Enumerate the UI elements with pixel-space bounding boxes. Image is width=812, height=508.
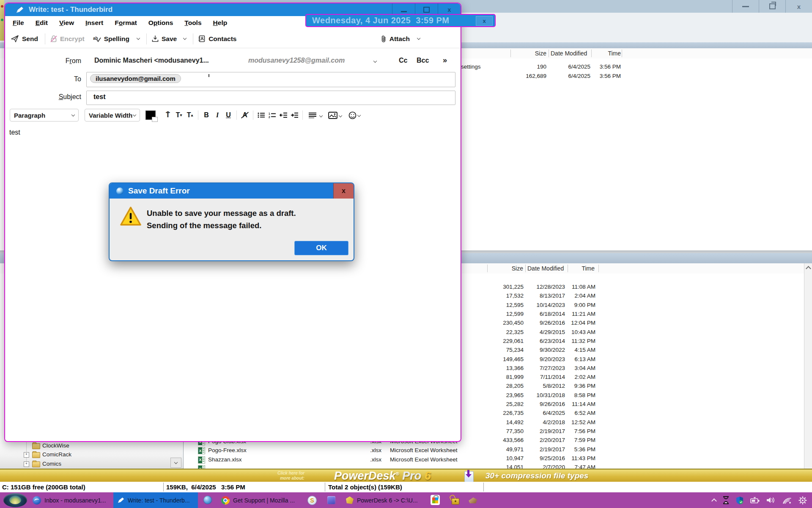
taskbar-item-support[interactable]: Get Support | Mozilla ... [221, 492, 297, 508]
save-button[interactable]: Save [152, 35, 177, 43]
dialog-titlebar[interactable]: Save Draft Error x [110, 183, 354, 199]
file-size: 22,325 [465, 329, 524, 335]
address-book-icon [198, 35, 206, 42]
bcc-button[interactable]: Bcc [417, 57, 429, 64]
spelling-dropdown-chevron[interactable] [137, 36, 140, 40]
taskbar-item-powerdesk[interactable]: PowerDesk 6 -> C:\U... [346, 492, 424, 508]
menu-item[interactable]: Format [115, 19, 137, 27]
purple-app-icon[interactable] [327, 496, 335, 504]
menu-item[interactable]: Options [148, 19, 173, 27]
scroll-up-button[interactable] [804, 263, 812, 272]
menu-item[interactable]: Edit [36, 19, 48, 27]
file-time: 11:08 AM [551, 284, 595, 290]
volume-icon[interactable] [766, 497, 776, 504]
to-input[interactable]: ilusanevydom@gmail.com [86, 72, 455, 87]
s-app-icon[interactable]: S [307, 496, 317, 505]
scroll-down-button[interactable] [170, 458, 181, 468]
chevron-down-icon [174, 460, 178, 464]
bold-button[interactable]: B [201, 110, 212, 121]
alignment-dropdown-chevron[interactable] [319, 114, 323, 117]
settings-gear-icon[interactable] [798, 496, 807, 505]
alignment-button[interactable] [305, 110, 320, 121]
tooltip-close-button[interactable]: x [476, 16, 493, 26]
unlocked-padlock-icon[interactable] [452, 498, 459, 505]
warning-icon [120, 206, 142, 226]
brown-tool-icon[interactable] [469, 497, 477, 503]
indent-button[interactable] [289, 110, 300, 121]
from-identity[interactable]: Dominic Mascheri <modusanevy1... [94, 57, 209, 64]
dialog-close-button[interactable]: x [333, 183, 354, 199]
menu-item[interactable]: File [13, 19, 24, 27]
attach-dropdown-chevron[interactable] [417, 36, 420, 40]
bullet-list-button[interactable] [256, 110, 267, 121]
decrease-font-size-button[interactable]: T̄ [162, 110, 173, 121]
tree-item[interactable]: + ComicRack [0, 450, 183, 459]
close-button[interactable]: x [785, 0, 812, 13]
chevron-down-icon [133, 113, 136, 116]
insert-image-button[interactable] [326, 110, 339, 121]
globe-icon[interactable] [203, 496, 212, 504]
column-header-time[interactable]: Time [558, 263, 595, 273]
file-extension: .xlsx [360, 455, 381, 464]
restore-button[interactable] [759, 0, 785, 13]
taskbar-item-label: Inbox - modusanevy1... [44, 497, 106, 504]
spelling-button[interactable]: ab Spelling [93, 35, 129, 43]
tree-item[interactable]: + ClockWise [0, 441, 183, 450]
subject-input[interactable]: test [86, 91, 455, 105]
contacts-button[interactable]: Contacts [198, 35, 236, 43]
battery-icon[interactable] [750, 497, 760, 504]
start-button[interactable] [3, 493, 27, 507]
tree-item[interactable]: + Comics [0, 459, 183, 468]
paragraph-style-dropdown[interactable]: Paragraph [10, 109, 79, 121]
cc-button[interactable]: Cc [399, 57, 407, 64]
taskbar-item-inbox[interactable]: Inbox - modusanevy1... [33, 492, 111, 508]
file-size: 226,735 [465, 410, 524, 416]
attach-button[interactable]: Attach [381, 35, 410, 43]
menu-item[interactable]: View [59, 19, 74, 27]
network-icon[interactable] [782, 497, 792, 504]
pencil-icon [16, 6, 24, 13]
expand-plus-icon[interactable]: + [24, 461, 29, 467]
font-dropdown[interactable]: Variable Width [85, 109, 140, 121]
ok-button[interactable]: OK [294, 241, 348, 255]
column-header-time[interactable]: Time [584, 48, 621, 58]
chevron-up-icon [806, 266, 811, 271]
image-dropdown-chevron[interactable] [339, 114, 342, 117]
taskbar-item-compose-active[interactable]: Write: test - Thunderb... [113, 492, 198, 508]
minimize-button[interactable] [732, 0, 759, 13]
clock-tooltip: Wednesday, 4 Jun 2025 3:59 PM x [305, 14, 496, 27]
menu-item[interactable]: Tools [184, 19, 201, 27]
remove-formatting-button[interactable]: A [239, 110, 250, 121]
outdent-button[interactable] [278, 110, 289, 121]
send-button[interactable]: Send [11, 35, 38, 43]
more-recipients-button[interactable]: » [443, 56, 447, 65]
file-size: 12,599 [465, 311, 524, 317]
column-header-size[interactable]: Size [465, 263, 523, 273]
italic-button[interactable]: I [212, 110, 223, 121]
smiley-dropdown-chevron[interactable] [357, 113, 361, 116]
from-dropdown-chevron[interactable] [373, 59, 377, 63]
save-dropdown-chevron[interactable] [183, 36, 187, 40]
larger-text-button[interactable]: T▴ [184, 110, 195, 121]
file-name: settings [461, 64, 481, 70]
message-body-editor[interactable]: test [5, 124, 461, 439]
file-size: 149,465 [465, 356, 524, 362]
smaller-text-button[interactable]: T▾ [173, 110, 184, 121]
powerdesk-ad-banner[interactable]: Click here for more about: PowerDesk® Pr… [0, 469, 812, 483]
numbered-list-button[interactable]: 12 [267, 110, 278, 121]
recipient-pill[interactable]: ilusanevydom@gmail.com [90, 74, 181, 83]
encrypt-button[interactable]: Encrypt [50, 35, 85, 43]
hourglass-icon[interactable] [723, 496, 729, 504]
menu-item[interactable]: Insert [85, 19, 103, 27]
menu-item[interactable]: Help [213, 19, 228, 27]
security-shield-icon[interactable] [736, 496, 743, 505]
underline-button[interactable]: U [223, 110, 234, 121]
pencil-icon [118, 497, 124, 503]
store-app-icon[interactable] [431, 495, 440, 505]
expand-plus-icon[interactable]: + [24, 452, 29, 458]
hidden-icons-chevron[interactable] [712, 497, 716, 503]
insert-smiley-button[interactable] [347, 110, 358, 121]
dialog-message-line1: Unable to save your message as a draft. [147, 207, 296, 219]
text-color-picker[interactable] [145, 110, 156, 120]
column-header-size[interactable]: Size [486, 48, 546, 58]
